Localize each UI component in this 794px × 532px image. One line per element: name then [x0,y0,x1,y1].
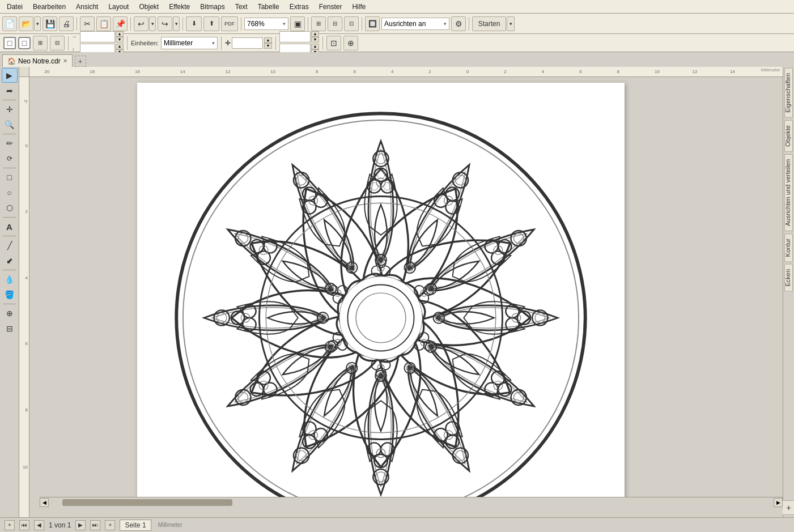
svg-point-8 [384,182,392,190]
panel-ausrichten[interactable]: Ausrichten und verteilen [784,154,793,231]
open-button[interactable]: 📂 [19,16,33,31]
snap-magnet[interactable]: 🔲 [365,16,380,31]
width-input[interactable]: 30,0 mm [80,31,115,42]
menu-effekte[interactable]: Effekte [164,2,194,12]
freehand-tool[interactable]: ✏ [2,136,18,151]
fill-tool[interactable]: 🪣 [2,287,18,302]
rect-tool[interactable]: □ [2,170,18,185]
toolbox: ▶ ➦ ✛ 🔍 ✏ ⟳ □ ○ ⬡ A ╱ ⬋ 💧 🪣 ⊕ ⊟ [0,67,19,517]
undo-button[interactable]: ↩ [134,16,148,31]
publish-dropdown[interactable]: ▾ [507,16,515,31]
size1-up[interactable]: ▲ [311,31,319,37]
tab-close[interactable]: ✕ [63,58,67,64]
last-page-button[interactable]: ⏭ [90,520,100,530]
tab-neo-notre[interactable]: 🏠 Neo Notre.cdr ✕ [2,54,73,67]
menu-text[interactable]: Text [231,2,252,12]
menu-fenster[interactable]: Fenster [315,2,347,12]
node-tool[interactable]: ➦ [2,83,18,98]
scroll-thumb-h[interactable] [62,499,232,506]
units-dropdown[interactable]: Millimeter [161,37,218,49]
first-page-button[interactable]: ⏮ [19,520,29,530]
snap-to-grid2[interactable]: ⊟ [328,16,342,31]
next-page-button[interactable]: ▶ [75,520,86,530]
menu-bearbeiten[interactable]: Bearbeiten [28,2,70,12]
save-button[interactable]: 💾 [43,16,57,31]
svg-point-7 [370,182,378,190]
width-up[interactable]: ▲ [116,31,124,37]
scroll-left-button[interactable]: ◀ [40,498,49,507]
nudge-down[interactable]: ▼ [264,43,272,49]
size-group: 5,0 mm ▲ ▼ 5,0 mm ▲ ▼ [279,31,319,55]
size1-down[interactable]: ▼ [311,37,319,42]
zoom-dropdown[interactable]: 768% [244,18,288,30]
height-up[interactable]: ▲ [116,44,124,49]
text-tool[interactable]: A [2,219,18,234]
snap-to-grid1[interactable]: ⊞ [311,16,326,31]
menu-layout[interactable]: Layout [104,2,133,12]
blend-tool[interactable]: ⊕ [2,306,18,321]
redo-button[interactable]: ↪ [158,16,172,31]
ruler-tick-2n: 2 [428,69,431,74]
ellipse-tool[interactable]: ○ [2,185,18,200]
open-dropdown[interactable]: ▾ [34,16,41,31]
snap-toggle[interactable]: ⊡ [344,16,359,31]
add-page-right-button[interactable]: + [105,520,115,530]
dropper-tool[interactable]: 💧 [2,272,18,287]
svg-point-79 [339,276,422,359]
nudge-input[interactable]: 0,1 mm [232,37,263,49]
rounded-shape-button[interactable]: □ [18,37,31,49]
right-panel-add[interactable]: + [782,500,795,515]
panel-ecken[interactable]: Ecken [784,264,793,292]
menu-objekt[interactable]: Objekt [134,2,163,12]
menu-bitmaps[interactable]: Bitmaps [196,2,229,12]
prev-page-button[interactable]: ◀ [34,520,44,530]
scroll-right-button[interactable]: ▶ [774,498,783,507]
align-button2[interactable]: ⊟ [50,36,65,50]
print-button[interactable]: 🖨 [59,16,74,31]
size1-input[interactable]: 5,0 mm [279,31,311,42]
pdf-button[interactable]: PDF [221,16,238,31]
export-button[interactable]: ⬆ [203,16,219,31]
menu-extras[interactable]: Extras [285,2,313,12]
panel-kontur[interactable]: Kontur [784,233,793,262]
settings-button[interactable]: ⚙ [451,16,466,31]
line-tool[interactable]: ╱ [2,238,18,253]
redo-dropdown[interactable]: ▾ [173,16,180,31]
rect-shape-button[interactable]: □ [3,37,16,49]
menu-tabelle[interactable]: Tabelle [253,2,284,12]
panel-eigenschaften[interactable]: Eigenschaften [784,68,793,118]
import-button[interactable]: ⬇ [186,16,202,31]
panel-objekte[interactable]: Objekte [784,120,793,152]
scale-button[interactable]: ⊞ [33,36,48,50]
align-dropdown[interactable]: Ausrichten an [381,18,449,30]
nudge-up[interactable]: ▲ [264,37,272,43]
plus-button[interactable]: ⊕ [343,36,358,50]
polygon-tool[interactable]: ⬡ [2,201,18,215]
zoom-tool[interactable]: 🔍 [2,117,18,132]
copy-button[interactable]: 📋 [96,16,111,31]
connector-tool[interactable]: ⬋ [2,253,18,268]
svg-point-22 [489,369,507,387]
menu-ansicht[interactable]: Ansicht [71,2,103,12]
cut-button[interactable]: ✂ [80,16,95,31]
svg-point-51 [312,191,330,210]
view-mode-button[interactable]: ▣ [290,16,305,31]
new-tab-button[interactable]: + [75,56,86,67]
crop-tool[interactable]: ⊟ [2,321,18,336]
size1-group: 5,0 mm ▲ ▼ [279,31,319,42]
undo-dropdown[interactable]: ▾ [149,16,156,31]
snap-size-button[interactable]: ⊡ [326,36,341,50]
transform-tool[interactable]: ✛ [2,102,18,117]
new-button[interactable]: 📄 [2,16,17,31]
width-down[interactable]: ▼ [116,37,124,42]
add-page-left-button[interactable]: + [5,520,15,530]
canvas-area[interactable]: ◀ ▶ [29,77,783,507]
ruler-v-tick-0: 0 [26,143,28,148]
menu-hilfe[interactable]: Hilfe [347,2,370,12]
menu-datei[interactable]: Datei [2,2,27,12]
paste-button[interactable]: 📌 [113,16,128,31]
publish-button[interactable]: Starten [472,16,506,31]
spiral-tool[interactable]: ⟳ [2,151,18,166]
select-tool[interactable]: ▶ [2,68,18,83]
size2-up[interactable]: ▲ [311,44,319,49]
